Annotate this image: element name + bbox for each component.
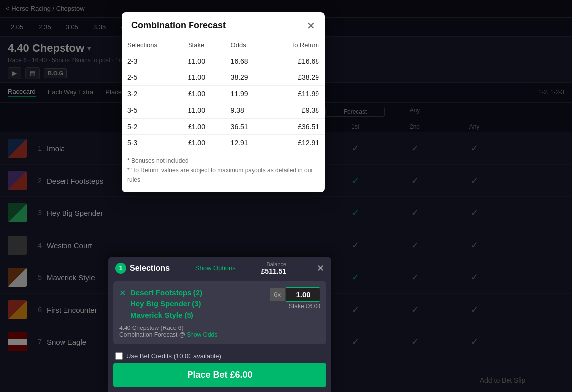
bet-slip-title: 1 Selections xyxy=(115,263,170,274)
forecast-row: 2-3 £1.00 16.68 £16.68 xyxy=(122,53,325,69)
bet-horse-2: Hey Big Spender (3) xyxy=(130,298,265,310)
combination-forecast-modal: Combination Forecast ✕ Selections Stake … xyxy=(122,12,325,192)
sel-1: 2-3 xyxy=(122,53,182,69)
selections-badge: 1 xyxy=(115,263,126,274)
odds-1: 16.68 xyxy=(225,53,267,69)
stake-1: £1.00 xyxy=(182,53,225,69)
modal-header: Combination Forecast ✕ xyxy=(122,12,325,37)
return-4: £9.38 xyxy=(267,102,325,119)
stake-4: £1.00 xyxy=(182,102,225,119)
stake-5: £1.00 xyxy=(182,119,225,135)
col-stake: Stake xyxy=(182,37,225,53)
show-odds-link[interactable]: Show Odds xyxy=(187,331,217,338)
odds-6: 12.91 xyxy=(225,135,267,151)
forecast-row: 2-5 £1.00 38.29 £38.29 xyxy=(122,69,325,86)
odds-2: 38.29 xyxy=(225,69,267,86)
return-5: £36.51 xyxy=(267,119,325,135)
selections-label: Selections xyxy=(130,264,170,273)
stake-total: Stake £6.00 xyxy=(289,303,320,310)
bet-horse-row: ✕ Desert Footsteps (2) Hey Big Spender (… xyxy=(119,287,320,321)
bet-horse-1: Desert Footsteps (2) xyxy=(130,287,265,299)
forecast-row: 3-5 £1.00 9.38 £9.38 xyxy=(122,102,325,119)
balance-label: Balance xyxy=(261,261,287,267)
multiplier-label: 6x xyxy=(270,288,285,301)
bet-type: Combination Forecast @ xyxy=(119,331,185,338)
sel-2: 2-5 xyxy=(122,69,182,86)
return-3: £11.99 xyxy=(267,86,325,102)
bet-meta: 4.40 Chepstow (Race 6) Combination Forec… xyxy=(119,325,320,338)
bet-slip-header: 1 Selections Show Options Balance £511.5… xyxy=(108,257,331,277)
bet-stake-section: 6x Stake £6.00 xyxy=(270,287,320,310)
col-selections: Selections xyxy=(122,37,182,53)
odds-5: 36.51 xyxy=(225,119,267,135)
modal-close-button[interactable]: ✕ xyxy=(307,21,315,31)
return-6: £12.91 xyxy=(267,135,325,151)
odds-4: 9.38 xyxy=(225,102,267,119)
return-2: £38.29 xyxy=(267,69,325,86)
col-to-return: To Return xyxy=(267,37,325,53)
place-bet-button[interactable]: Place Bet £6.00 xyxy=(113,363,326,387)
sel-3: 3-2 xyxy=(122,86,182,102)
footnote-1: * Bonuses not included xyxy=(127,156,319,166)
forecast-table: Selections Stake Odds To Return 2-3 £1.0… xyxy=(122,37,325,151)
bet-slip-balance: Balance £511.51 xyxy=(261,261,287,275)
col-odds: Odds xyxy=(225,37,267,53)
stake-input[interactable] xyxy=(286,287,320,302)
use-credits-row: Use Bet Credits (10.00 available) xyxy=(108,348,331,363)
modal-footnotes: * Bonuses not included * 'To Return' val… xyxy=(122,151,325,192)
bet-multiplier-input: 6x xyxy=(270,287,320,302)
race-name: 4.40 Chepstow (Race 6) xyxy=(119,325,183,331)
stake-3: £1.00 xyxy=(182,86,225,102)
bet-horse-3: Maverick Style (5) xyxy=(130,310,265,321)
bet-horses: Desert Footsteps (2) Hey Big Spender (3)… xyxy=(130,287,265,321)
sel-6: 5-3 xyxy=(122,135,182,151)
balance-value: £511.51 xyxy=(261,267,287,275)
stake-2: £1.00 xyxy=(182,69,225,86)
return-1: £16.68 xyxy=(267,53,325,69)
forecast-row: 3-2 £1.00 11.99 £11.99 xyxy=(122,86,325,102)
bet-slip-close-button[interactable]: ✕ xyxy=(317,263,324,274)
sel-4: 3-5 xyxy=(122,102,182,119)
bet-body: ✕ Desert Footsteps (2) Hey Big Spender (… xyxy=(113,281,326,345)
forecast-row: 5-3 £1.00 12.91 £12.91 xyxy=(122,135,325,151)
modal-title: Combination Forecast xyxy=(131,20,226,31)
use-credits-label: Use Bet Credits (10.00 available) xyxy=(127,352,221,360)
use-credits-checkbox[interactable] xyxy=(115,352,123,360)
forecast-row: 5-2 £1.00 36.51 £36.51 xyxy=(122,119,325,135)
sel-5: 5-2 xyxy=(122,119,182,135)
odds-3: 11.99 xyxy=(225,86,267,102)
bet-slip-panel: 1 Selections Show Options Balance £511.5… xyxy=(108,257,331,392)
footnote-2: * 'To Return' values are subject to maxi… xyxy=(127,166,319,185)
show-options-link[interactable]: Show Options xyxy=(195,264,236,272)
stake-6: £1.00 xyxy=(182,135,225,151)
bet-remove-button[interactable]: ✕ xyxy=(119,288,126,298)
